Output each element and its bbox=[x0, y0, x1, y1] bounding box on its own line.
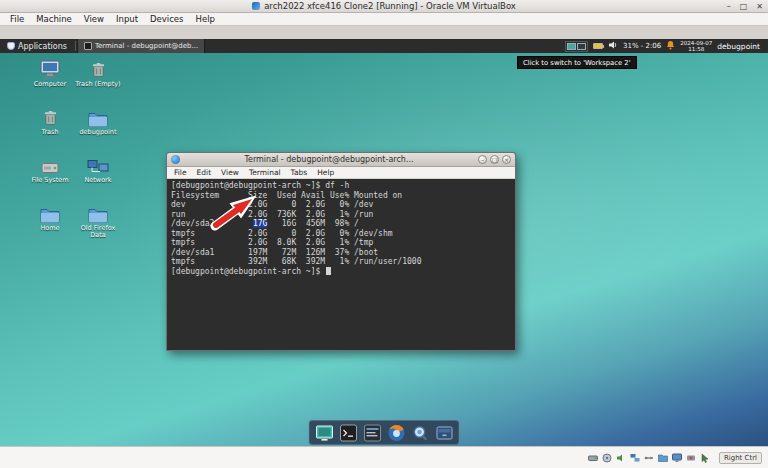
vbox-statusbar: Right Ctrl bbox=[0, 446, 768, 468]
clock-time: 11:58 bbox=[688, 46, 704, 52]
taskbar-window-button[interactable]: Terminal - debugpoint@deb... bbox=[77, 39, 205, 53]
folder-icon bbox=[40, 203, 60, 223]
terminal-line: /dev/sda2 17G 16G 456M 98% / bbox=[171, 219, 511, 229]
menu-item-view[interactable]: View bbox=[216, 168, 244, 177]
terminal-line: tmpfs 2.0G 8.0K 2.0G 1% /tmp bbox=[171, 238, 511, 248]
terminal-line: Filesystem Size Used Avail Use% Mounted … bbox=[171, 191, 511, 201]
computer-icon bbox=[39, 59, 61, 79]
terminal-minimize-button[interactable]: – bbox=[478, 155, 487, 164]
desktop-icon-label: Trash bbox=[41, 129, 58, 136]
desktop-icon-file-system[interactable]: File System bbox=[26, 155, 74, 203]
desktop-icon-network[interactable]: Network bbox=[74, 155, 122, 203]
desktop-icon-label: Old Firefox Data bbox=[75, 225, 121, 239]
desktop-icon-label: debugpoint bbox=[79, 129, 116, 136]
vbox-menubar: FileMachineViewInputDevicesHelp bbox=[0, 13, 768, 26]
folder-icon bbox=[88, 107, 108, 127]
menu-item-terminal[interactable]: Terminal bbox=[244, 168, 286, 177]
terminal-line: run 2.0G 736K 2.0G 1% /run bbox=[171, 210, 511, 220]
terminal-line: tmpfs 392M 68K 392M 1% /run/user/1000 bbox=[171, 257, 511, 267]
highlighted-value: 17G bbox=[253, 219, 267, 228]
terminal-app-icon bbox=[171, 155, 180, 164]
terminal-window[interactable]: Terminal - debugpoint@debugpoint-arch...… bbox=[166, 152, 516, 351]
desktop-icon-label: Trash (Empty) bbox=[75, 81, 120, 88]
workspace-2[interactable] bbox=[577, 43, 586, 50]
menu-item-input[interactable]: Input bbox=[110, 13, 144, 25]
taskbar-window-label: Terminal - debugpoint@deb... bbox=[95, 42, 198, 50]
terminal-title: Terminal - debugpoint@debugpoint-arch... bbox=[184, 155, 474, 164]
desktop-icon-old-firefox-data[interactable]: Old Firefox Data bbox=[74, 203, 122, 251]
dock-terminal-icon[interactable] bbox=[339, 423, 358, 442]
menu-item-machine[interactable]: Machine bbox=[30, 13, 78, 25]
terminal-close-button[interactable]: × bbox=[502, 155, 511, 164]
desktop-icons: ComputerTrash (Empty)TrashdebugpointFile… bbox=[26, 59, 122, 251]
clock[interactable]: 2024-09-07 11:58 bbox=[680, 40, 712, 52]
xfce-panel: Applications Terminal - debugpoint@deb..… bbox=[0, 39, 768, 53]
battery-icon[interactable] bbox=[593, 43, 603, 49]
volume-icon[interactable] bbox=[608, 40, 618, 52]
dock-application-finder-icon[interactable] bbox=[411, 423, 430, 442]
menu-item-file[interactable]: File bbox=[169, 168, 192, 177]
folder-icon bbox=[88, 203, 108, 223]
minimize-button[interactable]: – bbox=[727, 0, 731, 13]
notification-bell-icon[interactable] bbox=[666, 40, 675, 52]
terminal-maximize-button[interactable]: □ bbox=[490, 155, 499, 164]
xfce-logo-icon bbox=[7, 42, 15, 50]
terminal-window-icon bbox=[84, 42, 92, 50]
desktop-icon-debugpoint[interactable]: debugpoint bbox=[74, 107, 122, 155]
terminal-line: dev 2.0G 0 2.0G 0% /dev bbox=[171, 200, 511, 210]
terminal-cursor bbox=[326, 267, 331, 275]
dock-app-window-icon[interactable] bbox=[363, 423, 382, 442]
status-audio-icon[interactable] bbox=[616, 452, 627, 463]
network-icon bbox=[87, 155, 109, 175]
statusbar-icons bbox=[588, 452, 711, 463]
desktop-icon-trash[interactable]: Trash bbox=[26, 107, 74, 155]
virtualbox-app-icon bbox=[252, 2, 260, 10]
trash-icon bbox=[90, 59, 107, 79]
vbox-titlebar: arch2022 xfce416 Clone2 [Running] - Orac… bbox=[0, 0, 768, 13]
terminal-line: tmpfs 2.0G 0 2.0G 0% /dev/shm bbox=[171, 229, 511, 239]
menu-item-tabs[interactable]: Tabs bbox=[286, 168, 313, 177]
window-title: arch2022 xfce416 Clone2 [Running] - Orac… bbox=[264, 1, 516, 11]
dock bbox=[309, 420, 460, 445]
status-network-icon[interactable] bbox=[630, 452, 641, 463]
desktop-icon-computer[interactable]: Computer bbox=[26, 59, 74, 107]
status-shared-folders-icon[interactable] bbox=[658, 452, 669, 463]
menu-item-help[interactable]: Help bbox=[312, 168, 339, 177]
workspace-switcher[interactable] bbox=[565, 41, 588, 52]
virtualbox-window: arch2022 xfce416 Clone2 [Running] - Orac… bbox=[0, 0, 768, 468]
desktop-icon-home[interactable]: Home bbox=[26, 203, 74, 251]
applications-menu-button[interactable]: Applications bbox=[0, 39, 74, 53]
status-hard-disk-icon[interactable] bbox=[588, 452, 599, 463]
menu-item-edit[interactable]: Edit bbox=[192, 168, 217, 177]
menu-item-help[interactable]: Help bbox=[190, 13, 221, 25]
status-mouse-integration-icon[interactable] bbox=[700, 452, 711, 463]
dock-show-desktop-icon[interactable] bbox=[315, 423, 334, 442]
desktop: ComputerTrash (Empty)TrashdebugpointFile… bbox=[0, 53, 768, 446]
tooltip-text: Click to switch to 'Workspace 2' bbox=[523, 59, 631, 67]
user-session-button[interactable]: debugpoint bbox=[717, 42, 763, 51]
terminal-output[interactable]: [debugpoint@debugpoint-arch ~]$ df -hFil… bbox=[167, 179, 515, 349]
desktop-icon-trash-empty[interactable]: Trash (Empty) bbox=[74, 59, 122, 107]
desktop-icon-label: File System bbox=[31, 177, 68, 184]
workspace-tooltip: Click to switch to 'Workspace 2' bbox=[517, 56, 637, 69]
terminal-titlebar[interactable]: Terminal - debugpoint@debugpoint-arch...… bbox=[167, 153, 515, 167]
status-recording-icon[interactable] bbox=[686, 452, 697, 463]
menu-item-devices[interactable]: Devices bbox=[144, 13, 190, 25]
desktop-icon-label: Computer bbox=[34, 81, 66, 88]
workspace-1[interactable] bbox=[567, 43, 576, 50]
terminal-window-buttons: – □ × bbox=[478, 155, 511, 164]
status-usb-icon[interactable] bbox=[644, 452, 655, 463]
close-button[interactable]: ✕ bbox=[756, 0, 763, 13]
applications-label: Applications bbox=[18, 42, 67, 51]
trash-icon bbox=[42, 107, 59, 127]
maximize-button[interactable]: □ bbox=[740, 0, 748, 13]
status-optical-disk-icon[interactable] bbox=[602, 452, 613, 463]
desktop-icon-label: Home bbox=[40, 225, 59, 232]
dock-file-manager-icon[interactable] bbox=[435, 423, 454, 442]
status-display-icon[interactable] bbox=[672, 452, 683, 463]
panel-tray: 31% - 2:06 2024-09-07 11:58 debugpoint bbox=[565, 39, 768, 53]
menu-item-file[interactable]: File bbox=[4, 13, 30, 25]
dock-web-browser-icon[interactable] bbox=[387, 423, 406, 442]
panel-separator bbox=[75, 41, 76, 51]
menu-item-view[interactable]: View bbox=[78, 13, 110, 25]
